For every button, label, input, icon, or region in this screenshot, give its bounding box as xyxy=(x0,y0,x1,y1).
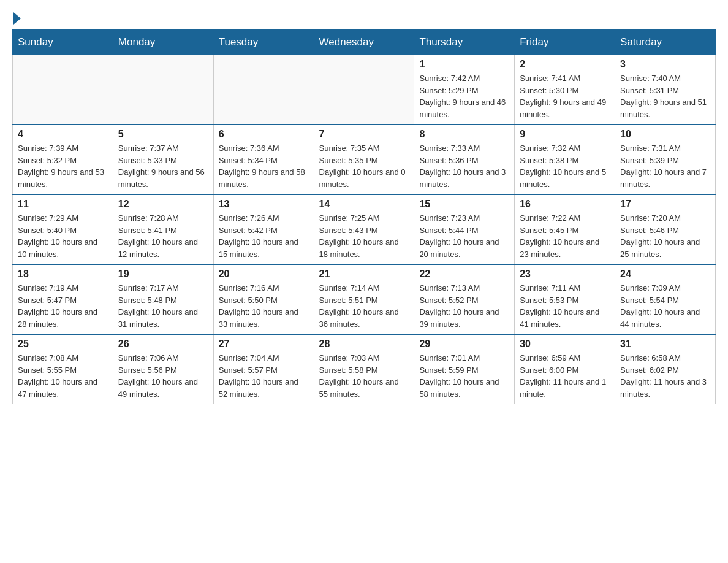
day-info: Sunrise: 7:13 AMSunset: 5:52 PMDaylight:… xyxy=(419,282,509,330)
day-info: Sunrise: 7:33 AMSunset: 5:36 PMDaylight:… xyxy=(419,142,509,190)
day-info: Sunrise: 7:37 AMSunset: 5:33 PMDaylight:… xyxy=(118,142,208,190)
day-info: Sunrise: 7:25 AMSunset: 5:43 PMDaylight:… xyxy=(319,212,409,260)
calendar-cell: 30Sunrise: 6:59 AMSunset: 6:00 PMDayligh… xyxy=(515,334,615,404)
day-info: Sunrise: 7:20 AMSunset: 5:46 PMDaylight:… xyxy=(620,212,710,260)
day-info: Sunrise: 7:35 AMSunset: 5:35 PMDaylight:… xyxy=(319,142,409,190)
day-number: 8 xyxy=(419,129,509,140)
day-info: Sunrise: 7:22 AMSunset: 5:45 PMDaylight:… xyxy=(520,212,610,260)
day-info: Sunrise: 7:03 AMSunset: 5:58 PMDaylight:… xyxy=(319,352,409,400)
calendar-cell: 2Sunrise: 7:41 AMSunset: 5:30 PMDaylight… xyxy=(515,55,615,125)
col-header-thursday: Thursday xyxy=(414,30,515,55)
day-info: Sunrise: 7:42 AMSunset: 5:29 PMDaylight:… xyxy=(419,72,509,120)
calendar-cell: 1Sunrise: 7:42 AMSunset: 5:29 PMDaylight… xyxy=(414,55,515,125)
day-info: Sunrise: 7:40 AMSunset: 5:31 PMDaylight:… xyxy=(620,72,710,120)
day-number: 20 xyxy=(219,269,309,280)
calendar-cell: 25Sunrise: 7:08 AMSunset: 5:55 PMDayligh… xyxy=(13,334,113,404)
calendar-cell: 27Sunrise: 7:04 AMSunset: 5:57 PMDayligh… xyxy=(213,334,314,404)
calendar-cell: 5Sunrise: 7:37 AMSunset: 5:33 PMDaylight… xyxy=(113,124,213,194)
col-header-saturday: Saturday xyxy=(615,30,716,55)
calendar-week-4: 18Sunrise: 7:19 AMSunset: 5:47 PMDayligh… xyxy=(13,264,716,334)
calendar-cell xyxy=(213,55,314,125)
calendar-cell: 16Sunrise: 7:22 AMSunset: 5:45 PMDayligh… xyxy=(515,194,615,264)
day-info: Sunrise: 7:31 AMSunset: 5:39 PMDaylight:… xyxy=(620,142,710,190)
day-number: 15 xyxy=(419,199,509,210)
calendar-cell: 24Sunrise: 7:09 AMSunset: 5:54 PMDayligh… xyxy=(615,264,716,334)
day-number: 6 xyxy=(219,129,309,140)
logo-arrow-icon xyxy=(13,12,21,25)
day-number: 5 xyxy=(118,129,208,140)
calendar-cell: 11Sunrise: 7:29 AMSunset: 5:40 PMDayligh… xyxy=(13,194,113,264)
day-info: Sunrise: 7:41 AMSunset: 5:30 PMDaylight:… xyxy=(520,72,610,120)
calendar-cell: 10Sunrise: 7:31 AMSunset: 5:39 PMDayligh… xyxy=(615,124,716,194)
day-info: Sunrise: 7:17 AMSunset: 5:48 PMDaylight:… xyxy=(118,282,208,330)
day-number: 30 xyxy=(520,339,610,350)
day-number: 2 xyxy=(520,59,610,70)
calendar-cell: 6Sunrise: 7:36 AMSunset: 5:34 PMDaylight… xyxy=(213,124,314,194)
day-info: Sunrise: 7:39 AMSunset: 5:32 PMDaylight:… xyxy=(18,142,108,190)
col-header-wednesday: Wednesday xyxy=(314,30,414,55)
day-number: 22 xyxy=(419,269,509,280)
calendar-cell: 18Sunrise: 7:19 AMSunset: 5:47 PMDayligh… xyxy=(13,264,113,334)
col-header-tuesday: Tuesday xyxy=(213,30,314,55)
day-number: 18 xyxy=(18,269,108,280)
calendar-cell: 4Sunrise: 7:39 AMSunset: 5:32 PMDaylight… xyxy=(13,124,113,194)
day-number: 12 xyxy=(118,199,208,210)
calendar-table: SundayMondayTuesdayWednesdayThursdayFrid… xyxy=(12,29,716,404)
day-info: Sunrise: 7:08 AMSunset: 5:55 PMDaylight:… xyxy=(18,352,108,400)
day-info: Sunrise: 7:19 AMSunset: 5:47 PMDaylight:… xyxy=(18,282,108,330)
day-info: Sunrise: 7:36 AMSunset: 5:34 PMDaylight:… xyxy=(219,142,309,190)
calendar-cell xyxy=(314,55,414,125)
day-number: 4 xyxy=(18,129,108,140)
calendar-cell: 29Sunrise: 7:01 AMSunset: 5:59 PMDayligh… xyxy=(414,334,515,404)
calendar-week-3: 11Sunrise: 7:29 AMSunset: 5:40 PMDayligh… xyxy=(13,194,716,264)
calendar-cell xyxy=(113,55,213,125)
day-info: Sunrise: 7:04 AMSunset: 5:57 PMDaylight:… xyxy=(219,352,309,400)
calendar-week-1: 1Sunrise: 7:42 AMSunset: 5:29 PMDaylight… xyxy=(13,55,716,125)
day-info: Sunrise: 7:06 AMSunset: 5:56 PMDaylight:… xyxy=(118,352,208,400)
day-number: 23 xyxy=(520,269,610,280)
col-header-friday: Friday xyxy=(515,30,615,55)
page-header xyxy=(12,12,716,23)
day-number: 3 xyxy=(620,59,710,70)
day-number: 28 xyxy=(319,339,409,350)
calendar-week-2: 4Sunrise: 7:39 AMSunset: 5:32 PMDaylight… xyxy=(13,124,716,194)
calendar-cell: 9Sunrise: 7:32 AMSunset: 5:38 PMDaylight… xyxy=(515,124,615,194)
day-info: Sunrise: 7:14 AMSunset: 5:51 PMDaylight:… xyxy=(319,282,409,330)
calendar-cell: 8Sunrise: 7:33 AMSunset: 5:36 PMDaylight… xyxy=(414,124,515,194)
calendar-cell: 13Sunrise: 7:26 AMSunset: 5:42 PMDayligh… xyxy=(213,194,314,264)
day-info: Sunrise: 6:58 AMSunset: 6:02 PMDaylight:… xyxy=(620,352,710,400)
day-info: Sunrise: 7:28 AMSunset: 5:41 PMDaylight:… xyxy=(118,212,208,260)
calendar-cell: 3Sunrise: 7:40 AMSunset: 5:31 PMDaylight… xyxy=(615,55,716,125)
day-info: Sunrise: 7:26 AMSunset: 5:42 PMDaylight:… xyxy=(219,212,309,260)
calendar-cell: 14Sunrise: 7:25 AMSunset: 5:43 PMDayligh… xyxy=(314,194,414,264)
calendar-cell: 23Sunrise: 7:11 AMSunset: 5:53 PMDayligh… xyxy=(515,264,615,334)
day-number: 31 xyxy=(620,339,710,350)
day-info: Sunrise: 7:32 AMSunset: 5:38 PMDaylight:… xyxy=(520,142,610,190)
day-number: 19 xyxy=(118,269,208,280)
calendar-week-5: 25Sunrise: 7:08 AMSunset: 5:55 PMDayligh… xyxy=(13,334,716,404)
day-number: 25 xyxy=(18,339,108,350)
calendar-cell: 31Sunrise: 6:58 AMSunset: 6:02 PMDayligh… xyxy=(615,334,716,404)
logo xyxy=(12,12,22,23)
day-info: Sunrise: 7:29 AMSunset: 5:40 PMDaylight:… xyxy=(18,212,108,260)
day-info: Sunrise: 6:59 AMSunset: 6:00 PMDaylight:… xyxy=(520,352,610,400)
calendar-cell: 12Sunrise: 7:28 AMSunset: 5:41 PMDayligh… xyxy=(113,194,213,264)
day-number: 1 xyxy=(419,59,509,70)
calendar-cell: 7Sunrise: 7:35 AMSunset: 5:35 PMDaylight… xyxy=(314,124,414,194)
day-number: 26 xyxy=(118,339,208,350)
day-number: 11 xyxy=(18,199,108,210)
day-number: 16 xyxy=(520,199,610,210)
calendar-cell: 26Sunrise: 7:06 AMSunset: 5:56 PMDayligh… xyxy=(113,334,213,404)
calendar-cell: 17Sunrise: 7:20 AMSunset: 5:46 PMDayligh… xyxy=(615,194,716,264)
day-number: 27 xyxy=(219,339,309,350)
day-number: 29 xyxy=(419,339,509,350)
calendar-header-row: SundayMondayTuesdayWednesdayThursdayFrid… xyxy=(13,30,716,55)
day-number: 17 xyxy=(620,199,710,210)
day-number: 21 xyxy=(319,269,409,280)
calendar-cell: 20Sunrise: 7:16 AMSunset: 5:50 PMDayligh… xyxy=(213,264,314,334)
day-info: Sunrise: 7:11 AMSunset: 5:53 PMDaylight:… xyxy=(520,282,610,330)
calendar-cell: 15Sunrise: 7:23 AMSunset: 5:44 PMDayligh… xyxy=(414,194,515,264)
day-number: 13 xyxy=(219,199,309,210)
calendar-cell: 28Sunrise: 7:03 AMSunset: 5:58 PMDayligh… xyxy=(314,334,414,404)
col-header-sunday: Sunday xyxy=(13,30,113,55)
